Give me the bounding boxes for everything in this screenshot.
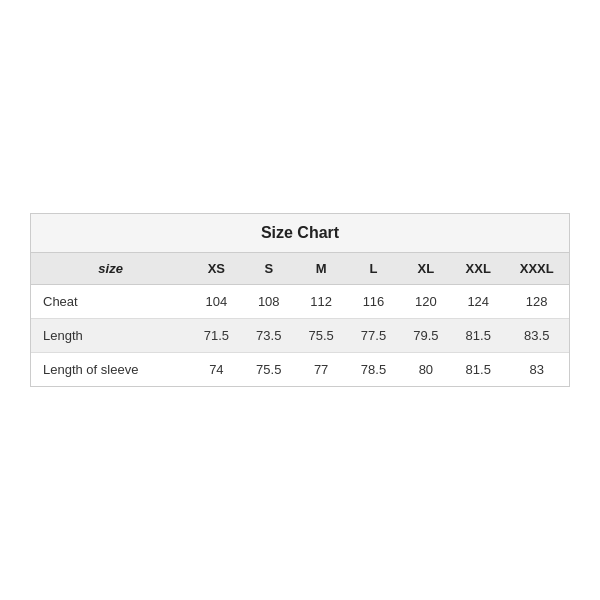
- table-body: Cheat104108112116120124128Length71.573.5…: [31, 285, 569, 387]
- xxxl-column-header: XXXL: [504, 253, 569, 285]
- table-cell: 83.5: [504, 319, 569, 353]
- table-cell: 75.5: [295, 319, 347, 353]
- table-cell: 77: [295, 353, 347, 387]
- table-cell: 73.5: [243, 319, 295, 353]
- size-chart-container: Size Chart size XS S M L XL XXL XXXL Che…: [30, 213, 570, 387]
- size-table: size XS S M L XL XXL XXXL Cheat104108112…: [31, 253, 569, 386]
- table-row: Cheat104108112116120124128: [31, 285, 569, 319]
- table-cell: 77.5: [347, 319, 399, 353]
- table-cell: 78.5: [347, 353, 399, 387]
- table-cell: 71.5: [190, 319, 242, 353]
- table-cell: 112: [295, 285, 347, 319]
- table-cell: 79.5: [400, 319, 452, 353]
- table-cell: 128: [504, 285, 569, 319]
- table-cell: 81.5: [452, 319, 504, 353]
- size-column-header: size: [31, 253, 190, 285]
- table-cell: 74: [190, 353, 242, 387]
- table-cell: 83: [504, 353, 569, 387]
- table-header-row: size XS S M L XL XXL XXXL: [31, 253, 569, 285]
- table-row: Length71.573.575.577.579.581.583.5: [31, 319, 569, 353]
- table-cell: 108: [243, 285, 295, 319]
- chart-title: Size Chart: [261, 224, 339, 241]
- l-column-header: L: [347, 253, 399, 285]
- table-cell: 120: [400, 285, 452, 319]
- table-cell: 80: [400, 353, 452, 387]
- table-row: Length of sleeve7475.57778.58081.583: [31, 353, 569, 387]
- xxl-column-header: XXL: [452, 253, 504, 285]
- row-label: Length: [31, 319, 190, 353]
- table-cell: 116: [347, 285, 399, 319]
- row-label: Length of sleeve: [31, 353, 190, 387]
- table-cell: 81.5: [452, 353, 504, 387]
- chart-title-row: Size Chart: [31, 214, 569, 253]
- table-cell: 104: [190, 285, 242, 319]
- m-column-header: M: [295, 253, 347, 285]
- table-cell: 75.5: [243, 353, 295, 387]
- xs-column-header: XS: [190, 253, 242, 285]
- row-label: Cheat: [31, 285, 190, 319]
- table-cell: 124: [452, 285, 504, 319]
- s-column-header: S: [243, 253, 295, 285]
- xl-column-header: XL: [400, 253, 452, 285]
